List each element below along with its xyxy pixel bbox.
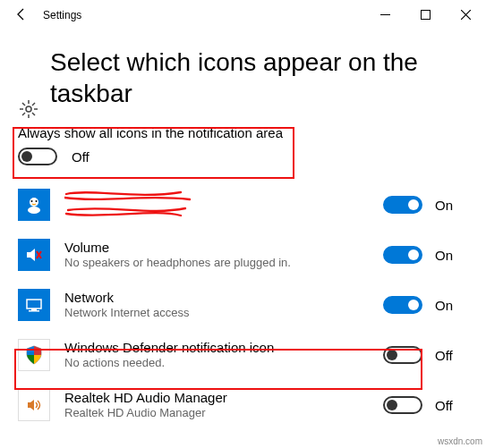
- close-button[interactable]: [446, 0, 486, 29]
- item-title: Windows Defender notification icon: [64, 340, 369, 356]
- gear-icon: [20, 100, 38, 122]
- svg-line-8: [32, 113, 35, 115]
- list-item: On: [18, 180, 468, 230]
- item-title: Realtek HD Audio Manager: [64, 390, 369, 406]
- item-toggle[interactable]: [383, 196, 422, 214]
- master-toggle-row: Always show all icons in the notificatio…: [18, 125, 468, 165]
- list-item: Volume No speakers or headphones are plu…: [18, 230, 468, 280]
- svg-line-10: [32, 103, 35, 106]
- item-subtitle: No speakers or headphones are plugged in…: [64, 256, 369, 271]
- item-toggle[interactable]: [383, 246, 422, 264]
- maximize-button[interactable]: [405, 0, 446, 29]
- item-toggle-state: Off: [435, 348, 453, 363]
- svg-point-12: [28, 207, 40, 214]
- master-toggle-label: Always show all icons in the notificatio…: [18, 125, 468, 140]
- svg-rect-15: [27, 300, 41, 309]
- svg-point-2: [26, 106, 31, 112]
- item-subtitle: Network Internet access: [64, 306, 369, 321]
- svg-rect-1: [422, 10, 431, 19]
- speaker-icon: [18, 389, 50, 421]
- list-item: Network Network Internet access On: [18, 280, 468, 330]
- item-toggle-state: Off: [435, 398, 453, 413]
- minimize-button[interactable]: [365, 0, 405, 29]
- item-title: Network: [64, 290, 369, 306]
- svg-point-13: [31, 200, 33, 202]
- svg-line-7: [22, 103, 25, 106]
- item-toggle-state: On: [435, 298, 453, 313]
- titlebar: Settings: [0, 0, 486, 29]
- item-subtitle: Realtek HD Audio Manager: [64, 406, 369, 421]
- master-toggle[interactable]: [18, 148, 57, 165]
- redacted-scribble: [64, 187, 199, 219]
- volume-icon: [18, 239, 50, 271]
- list-item: Windows Defender notification icon No ac…: [18, 330, 468, 380]
- list-item: Realtek HD Audio Manager Realtek HD Audi…: [18, 380, 468, 430]
- svg-rect-17: [29, 310, 39, 312]
- item-toggle-state: On: [435, 198, 453, 213]
- item-toggle-state: On: [435, 248, 453, 263]
- svg-rect-16: [31, 309, 37, 310]
- svg-point-14: [36, 200, 38, 202]
- watermark: wsxdn.com: [438, 436, 482, 446]
- app-icon: [18, 189, 50, 221]
- back-button[interactable]: [0, 0, 43, 29]
- shield-icon: [18, 339, 50, 371]
- window-title: Settings: [43, 7, 365, 21]
- item-subtitle: No actions needed.: [64, 356, 369, 371]
- item-title: Volume: [64, 240, 369, 256]
- item-toggle[interactable]: [383, 346, 422, 364]
- item-toggle[interactable]: [383, 396, 422, 414]
- item-toggle[interactable]: [383, 296, 422, 314]
- svg-line-9: [22, 113, 25, 115]
- page-title: Select which icons appear on the taskbar: [50, 46, 468, 109]
- master-toggle-state: Off: [72, 149, 90, 165]
- network-icon: [18, 289, 50, 321]
